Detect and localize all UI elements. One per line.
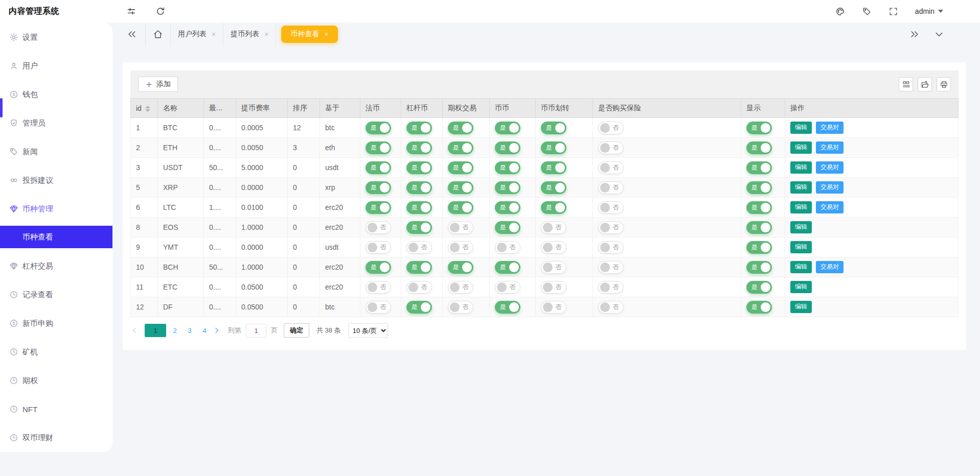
edit-button[interactable]: 编辑 [790, 221, 812, 233]
toggle-show[interactable]: 是 [746, 141, 772, 154]
column-header-id[interactable]: id [131, 99, 158, 118]
sidebar-item-records[interactable]: 记录查看 [0, 283, 112, 306]
edit-button[interactable]: 编辑 [790, 261, 812, 273]
toggle-lever[interactable]: 否 [406, 281, 432, 294]
toggle-fiat[interactable]: 是 [366, 181, 391, 194]
toggle-fiat[interactable]: 是 [366, 261, 391, 274]
edit-button[interactable]: 编辑 [790, 141, 812, 153]
close-tab-icon[interactable]: × [264, 31, 268, 38]
toggle-show[interactable]: 是 [746, 201, 772, 214]
toggle-transfer[interactable]: 否 [541, 221, 566, 234]
toggle-option[interactable]: 是 [448, 161, 473, 174]
pairs-button[interactable]: 交易对 [816, 161, 844, 173]
toggle-insurance[interactable]: 否 [598, 181, 624, 194]
edit-button[interactable]: 编辑 [790, 122, 812, 133]
sidebar-item-coin-manage[interactable]: 币种管理 [0, 197, 112, 221]
sidebar-item-miner[interactable]: 矿机 [0, 340, 112, 364]
toggle-option[interactable]: 否 [448, 221, 473, 234]
toggle-fiat[interactable]: 是 [366, 201, 391, 214]
print-button[interactable] [937, 77, 951, 91]
toggle-fiat[interactable]: 否 [366, 241, 391, 254]
pairs-button[interactable]: 交易对 [816, 181, 844, 193]
sidebar-item-options[interactable]: 期权 [0, 369, 112, 392]
home-tab[interactable] [146, 22, 171, 46]
toggle-transfer[interactable]: 是 [541, 201, 566, 214]
toggle-insurance[interactable]: 否 [598, 161, 624, 174]
tab-coin-view[interactable]: 币种查看× [281, 26, 337, 43]
toggle-coin[interactable]: 是 [495, 261, 520, 274]
pairs-button[interactable]: 交易对 [816, 122, 844, 133]
toggle-lever[interactable]: 否 [406, 241, 432, 254]
toggle-insurance[interactable]: 否 [598, 301, 624, 314]
toggle-lever[interactable]: 是 [406, 261, 432, 274]
sidebar-item-wallet[interactable]: $钱包 [0, 83, 112, 106]
refresh-icon[interactable] [155, 6, 166, 16]
toggle-transfer[interactable]: 是 [541, 122, 566, 134]
export-button[interactable] [918, 77, 932, 91]
toggle-show[interactable]: 是 [746, 161, 772, 174]
toggle-transfer[interactable]: 是 [541, 181, 566, 194]
toggle-coin[interactable]: 是 [495, 122, 520, 134]
edit-button[interactable]: 编辑 [790, 241, 812, 253]
filter-columns-button[interactable] [899, 77, 913, 91]
sidebar-item-admins[interactable]: 管理员 [0, 111, 112, 135]
edit-button[interactable]: 编辑 [790, 161, 812, 173]
toggle-coin[interactable]: 是 [495, 301, 520, 314]
toggle-show[interactable]: 是 [746, 221, 772, 234]
sidebar-item-settings[interactable]: 设置 [0, 26, 112, 49]
close-tab-icon[interactable]: × [324, 31, 328, 38]
toggle-fiat[interactable]: 是 [366, 161, 391, 174]
toggle-transfer[interactable]: 是 [541, 141, 566, 154]
toggle-lever[interactable]: 是 [406, 201, 432, 214]
toggle-option[interactable]: 是 [448, 122, 473, 134]
pairs-button[interactable]: 交易对 [816, 141, 844, 153]
sidebar-item-nft[interactable]: NFT [0, 397, 112, 421]
page-link-4[interactable]: 4 [198, 324, 211, 337]
toggle-coin[interactable]: 是 [495, 161, 520, 174]
toggle-show[interactable]: 是 [746, 261, 772, 274]
toggle-insurance[interactable]: 否 [598, 201, 624, 214]
toggle-show[interactable]: 是 [746, 281, 772, 294]
tag-icon[interactable] [862, 7, 872, 16]
toggle-fiat[interactable]: 是 [366, 141, 391, 154]
toggle-transfer[interactable]: 否 [541, 281, 566, 294]
sidebar-item-feedback[interactable]: 投拆建议 [0, 169, 112, 192]
toggle-insurance[interactable]: 否 [598, 122, 624, 134]
goto-page-input[interactable] [246, 324, 266, 338]
toggle-insurance[interactable]: 否 [598, 241, 624, 254]
user-menu[interactable]: admin [915, 7, 943, 15]
pairs-button[interactable]: 交易对 [816, 201, 844, 213]
toggle-insurance[interactable]: 否 [598, 261, 624, 274]
toggle-lever[interactable]: 是 [406, 141, 432, 154]
sidebar-item-coin-view[interactable]: 币种查看 [0, 226, 112, 248]
sidebar-item-leverage[interactable]: 杠杆交易 [0, 254, 112, 278]
sort-icon[interactable] [145, 106, 150, 112]
next-page-icon[interactable] [213, 326, 221, 335]
toggle-coin[interactable]: 是 [495, 181, 520, 194]
sidebar-item-users[interactable]: 用户 [0, 54, 112, 78]
fullscreen-icon[interactable] [888, 7, 898, 16]
toggle-show[interactable]: 是 [746, 181, 772, 194]
toggle-coin[interactable]: 否 [495, 281, 520, 294]
pairs-button[interactable]: 交易对 [816, 261, 844, 273]
toggle-transfer[interactable]: 否 [541, 261, 566, 274]
toggle-lever[interactable]: 是 [406, 161, 432, 174]
close-tab-icon[interactable]: × [212, 31, 216, 38]
theme-palette-icon[interactable] [835, 7, 845, 16]
toggle-option[interactable]: 是 [448, 141, 473, 154]
prev-page-icon[interactable] [130, 326, 139, 335]
toggle-transfer[interactable]: 是 [541, 161, 566, 174]
toggle-option[interactable]: 否 [448, 281, 473, 294]
double-chevron-right-icon[interactable] [909, 29, 920, 39]
toggle-insurance[interactable]: 否 [598, 281, 624, 294]
page-link-3[interactable]: 3 [183, 324, 196, 337]
sidebar-item-news[interactable]: 新闻 [0, 140, 112, 163]
current-page[interactable]: 1 [145, 324, 166, 337]
toggle-fiat[interactable]: 否 [366, 301, 391, 314]
edit-button[interactable]: 编辑 [790, 201, 812, 213]
toggle-show[interactable]: 是 [746, 241, 772, 254]
toggle-coin[interactable]: 是 [495, 201, 520, 214]
edit-button[interactable]: 编辑 [790, 301, 812, 313]
toggle-fiat[interactable]: 是 [366, 122, 391, 134]
toggle-option[interactable]: 是 [448, 201, 473, 214]
